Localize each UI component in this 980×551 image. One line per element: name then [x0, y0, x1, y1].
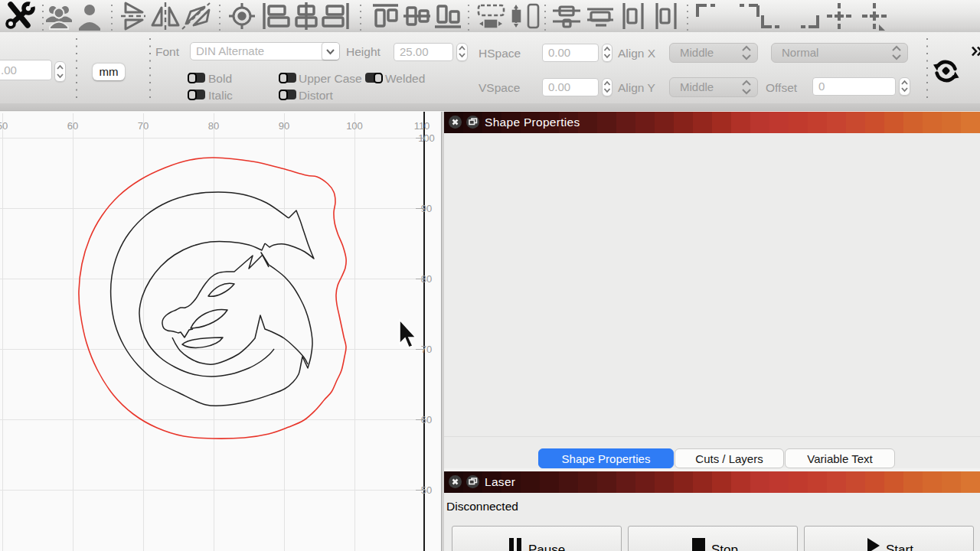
- svg-text:Stop: Stop: [711, 543, 738, 551]
- svg-text:Start: Start: [886, 543, 913, 551]
- svg-text:Pause: Pause: [528, 543, 565, 551]
